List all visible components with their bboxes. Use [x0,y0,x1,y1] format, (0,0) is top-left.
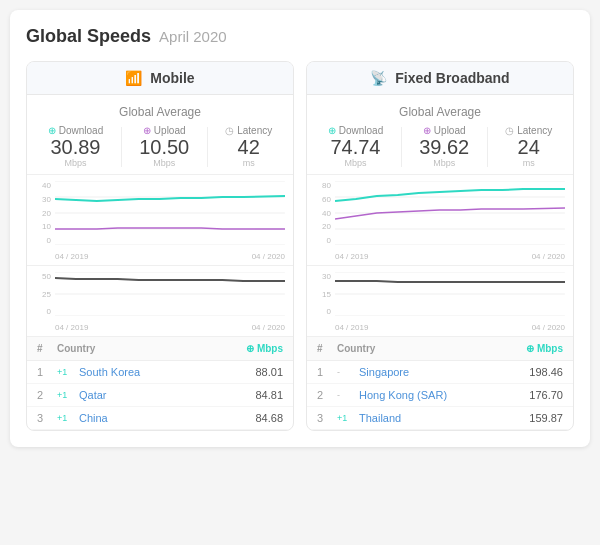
bb-latency-icon: ◷ [505,125,514,136]
table-row: 3 +1 Thailand 159.87 [307,407,573,430]
mobile-download-value: 30.89 [50,137,100,157]
row-change: +1 [57,413,79,423]
broadband-col-hash: # [317,343,337,354]
broadband-upload-metric: ⊕ Upload 39.62 Mbps [419,125,469,168]
mobile-latency-x-start: 04 / 2019 [55,323,88,332]
broadband-latency-label: Latency [517,125,552,136]
mobile-metrics-row: ⊕ Download 30.89 Mbps ⊕ Upload 10.50 M [39,125,281,168]
mobile-panel-title: Mobile [150,70,194,86]
broadband-upload-label: Upload [434,125,466,136]
broadband-speed-x-labels: 04 / 2019 04 / 2020 [335,252,565,261]
mobile-latency-chart-area: 50 25 0 [27,266,293,337]
row-country[interactable]: Singapore [359,366,529,378]
bb-download-icon: ⊕ [328,125,336,136]
mobile-speed-chart-area: 40 30 20 10 0 [27,175,293,266]
mobile-latency-metric: ◷ Latency 42 ms [225,125,272,168]
row-rank: 1 [317,366,337,378]
mobile-col-hash: # [37,343,57,354]
row-rank: 3 [37,412,57,424]
broadband-latency-chart-wrapper: 30 15 0 [315,272,565,332]
row-rank: 2 [317,389,337,401]
broadband-col-mbps-icon: ⊕ [526,343,534,354]
broadband-speed-chart-wrapper: 80 60 40 20 0 [315,181,565,261]
mobile-upload-metric: ⊕ Upload 10.50 Mbps [139,125,189,168]
broadband-latency-unit: ms [523,158,535,168]
mobile-download-unit: Mbps [64,158,86,168]
mobile-upload-unit: Mbps [153,158,175,168]
row-change: +1 [57,390,79,400]
mobile-speed-svg [55,181,285,245]
page-title: Global Speeds [26,26,151,47]
table-row: 1 - Singapore 198.46 [307,361,573,384]
row-country[interactable]: Hong Kong (SAR) [359,389,529,401]
broadband-table-header: # Country ⊕ Mbps [307,337,573,361]
mobile-speed-svg-wrapper [55,181,285,245]
broadband-latency-svg [335,272,565,316]
broadband-upload-unit: Mbps [433,158,455,168]
bb-divider-2 [487,127,488,167]
table-row: 1 +1 South Korea 88.01 [27,361,293,384]
table-row: 2 - Hong Kong (SAR) 176.70 [307,384,573,407]
mobile-speed-x-end: 04 / 2020 [252,252,285,261]
divider-1 [121,127,122,167]
row-country[interactable]: South Korea [79,366,255,378]
mobile-table-rows: 1 +1 South Korea 88.01 2 +1 Qatar 84.81 … [27,361,293,430]
row-rank: 3 [317,412,337,424]
row-country[interactable]: Qatar [79,389,255,401]
broadband-speed-svg [335,181,565,245]
broadband-speed-y-labels: 80 60 40 20 0 [315,181,331,245]
row-country[interactable]: China [79,412,255,424]
broadband-table: # Country ⊕ Mbps 1 - Singapore 198.46 2 … [307,337,573,430]
page-subtitle: April 2020 [159,28,227,45]
wifi-icon: 📡 [370,70,387,86]
mobile-table-header: # Country ⊕ Mbps [27,337,293,361]
row-value: 84.81 [255,389,283,401]
broadband-download-unit: Mbps [344,158,366,168]
main-container: Global Speeds April 2020 📶 Mobile Global… [10,10,590,447]
broadband-latency-svg-wrapper [335,272,565,316]
broadband-latency-value: 24 [518,137,540,157]
broadband-speed-x-end: 04 / 2020 [532,252,565,261]
mobile-speed-chart-wrapper: 40 30 20 10 0 [35,181,285,261]
row-value: 176.70 [529,389,563,401]
panels: 📶 Mobile Global Average ⊕ Download 30.89… [26,61,574,431]
broadband-metrics-row: ⊕ Download 74.74 Mbps ⊕ Upload 39.62 M [319,125,561,168]
mobile-col-mbps-icon: ⊕ [246,343,254,354]
broadband-latency-y-labels: 30 15 0 [315,272,331,316]
mobile-upload-label: Upload [154,125,186,136]
row-value: 84.68 [255,412,283,424]
table-row: 3 +1 China 84.68 [27,407,293,430]
broadband-download-value: 74.74 [330,137,380,157]
broadband-panel: 📡 Fixed Broadband Global Average ⊕ Downl… [306,61,574,431]
broadband-latency-metric: ◷ Latency 24 ms [505,125,552,168]
row-change: +1 [57,367,79,377]
mobile-global-avg: Global Average ⊕ Download 30.89 Mbps ⊕ [27,95,293,175]
bb-divider-1 [401,127,402,167]
broadband-latency-x-start: 04 / 2019 [335,323,368,332]
row-rank: 1 [37,366,57,378]
mobile-table: # Country ⊕ Mbps 1 +1 South Korea 88.01 … [27,337,293,430]
broadband-upload-value: 39.62 [419,137,469,157]
mobile-icon: 📶 [125,70,142,86]
broadband-latency-chart-area: 30 15 0 [307,266,573,337]
row-value: 159.87 [529,412,563,424]
mobile-latency-svg [55,272,285,316]
row-country[interactable]: Thailand [359,412,529,424]
mobile-panel: 📶 Mobile Global Average ⊕ Download 30.89… [26,61,294,431]
mobile-latency-x-end: 04 / 2020 [252,323,285,332]
broadband-download-label: Download [339,125,383,136]
mobile-latency-svg-wrapper [55,272,285,316]
broadband-speed-x-start: 04 / 2019 [335,252,368,261]
broadband-global-avg-title: Global Average [319,105,561,119]
mobile-latency-value: 42 [238,137,260,157]
row-rank: 2 [37,389,57,401]
broadband-col-country: Country [337,343,526,354]
mobile-latency-x-labels: 04 / 2019 04 / 2020 [55,323,285,332]
broadband-speed-chart-area: 80 60 40 20 0 [307,175,573,266]
bb-upload-icon: ⊕ [423,125,431,136]
mobile-download-label: Download [59,125,103,136]
mobile-col-country: Country [57,343,246,354]
broadband-panel-title: Fixed Broadband [395,70,509,86]
download-icon: ⊕ [48,125,56,136]
broadband-latency-x-labels: 04 / 2019 04 / 2020 [335,323,565,332]
